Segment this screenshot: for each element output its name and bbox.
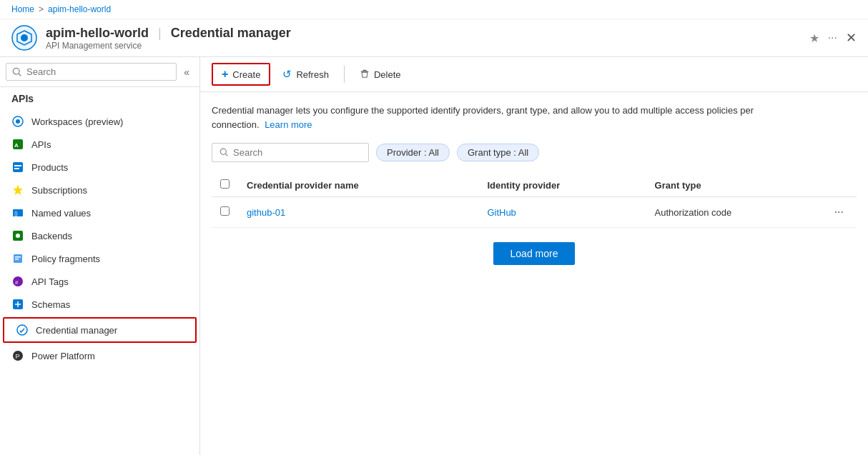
sidebar-item-subscriptions-label: Subscriptions bbox=[31, 185, 87, 196]
sidebar-item-credential-manager-label: Credential manager bbox=[36, 325, 117, 336]
sidebar-item-apis-label: APIs bbox=[31, 139, 51, 150]
api-tags-icon: # bbox=[11, 275, 24, 288]
load-more-button[interactable]: Load more bbox=[493, 242, 576, 265]
sidebar-item-named-values[interactable]: {} Named values bbox=[0, 201, 199, 224]
svg-line-3 bbox=[19, 74, 21, 76]
subscriptions-icon bbox=[11, 184, 24, 196]
svg-rect-17 bbox=[15, 256, 21, 258]
provider-filter[interactable]: Provider : All bbox=[376, 144, 450, 161]
svg-point-29 bbox=[220, 149, 226, 154]
sidebar-section-label: APIs bbox=[0, 87, 199, 110]
refresh-icon: ↺ bbox=[282, 68, 292, 81]
svg-text:P: P bbox=[16, 353, 20, 360]
row-checkbox-cell bbox=[212, 197, 238, 228]
sidebar-item-workspaces[interactable]: Workspaces (preview) bbox=[0, 110, 199, 133]
sidebar-item-schemas[interactable]: Schemas bbox=[0, 293, 199, 316]
page-header: apim-hello-world | Credential manager AP… bbox=[0, 19, 868, 57]
col-actions-header bbox=[822, 174, 857, 197]
svg-marker-11 bbox=[13, 185, 23, 195]
delete-icon bbox=[360, 69, 370, 81]
table-row: github-01 GitHub Authorization code ··· bbox=[212, 197, 857, 228]
sidebar-item-power-platform-label: Power Platform bbox=[31, 351, 95, 361]
row-menu-button[interactable]: ··· bbox=[830, 204, 848, 220]
svg-rect-28 bbox=[361, 71, 369, 71]
service-name: apim-hello-world | Credential manager bbox=[46, 26, 809, 41]
sidebar: « APIs Workspaces (preview) A APIs bbox=[0, 57, 200, 455]
refresh-button[interactable]: ↺ Refresh bbox=[273, 64, 338, 85]
sidebar-nav: Workspaces (preview) A APIs Products bbox=[0, 110, 199, 455]
sidebar-item-named-values-label: Named values bbox=[31, 208, 91, 219]
sidebar-item-apis[interactable]: A APIs bbox=[0, 133, 199, 156]
sidebar-item-backends[interactable]: Backends bbox=[0, 224, 199, 247]
breadcrumb: Home > apim-hello-world bbox=[0, 0, 868, 19]
search-icon bbox=[12, 67, 22, 77]
row-actions-cell: ··· bbox=[822, 197, 857, 228]
delete-label: Delete bbox=[374, 69, 401, 80]
content-area: + Create ↺ Refresh Delete Credential man… bbox=[200, 57, 868, 455]
svg-point-24 bbox=[17, 325, 27, 335]
row-checkbox[interactable] bbox=[220, 206, 230, 216]
svg-text:#: # bbox=[15, 279, 19, 286]
sidebar-item-subscriptions[interactable]: Subscriptions bbox=[0, 179, 199, 201]
sidebar-item-credential-manager[interactable]: Credential manager bbox=[3, 317, 197, 343]
service-logo bbox=[11, 25, 37, 51]
svg-point-15 bbox=[16, 234, 20, 238]
sidebar-collapse-button[interactable]: « bbox=[179, 64, 194, 81]
filter-search-box[interactable] bbox=[212, 143, 369, 162]
more-button[interactable]: ··· bbox=[828, 31, 837, 44]
sidebar-item-schemas-label: Schemas bbox=[31, 299, 70, 310]
create-icon: + bbox=[222, 68, 228, 81]
credentials-table: Credential provider name Identity provid… bbox=[212, 174, 857, 228]
svg-rect-9 bbox=[14, 165, 21, 166]
grant-type-filter[interactable]: Grant type : All bbox=[457, 144, 539, 161]
svg-rect-18 bbox=[15, 259, 19, 260]
svg-point-5 bbox=[16, 119, 20, 124]
learn-more-link[interactable]: Learn more bbox=[265, 119, 312, 130]
power-platform-icon: P bbox=[11, 349, 24, 362]
sidebar-item-backends-label: Backends bbox=[31, 231, 72, 241]
svg-line-30 bbox=[226, 154, 228, 156]
col-identity-header: Identity provider bbox=[478, 174, 646, 197]
table-select-all-header bbox=[212, 174, 238, 197]
close-button[interactable]: ✕ bbox=[846, 30, 857, 46]
col-name-header: Credential provider name bbox=[238, 174, 478, 197]
title-group: apim-hello-world | Credential manager AP… bbox=[46, 26, 809, 51]
row-identity-cell: GitHub bbox=[478, 197, 646, 228]
load-more-section: Load more bbox=[212, 228, 857, 279]
svg-rect-8 bbox=[13, 162, 23, 172]
svg-point-1 bbox=[21, 34, 28, 41]
delete-button[interactable]: Delete bbox=[350, 64, 410, 85]
toolbar: + Create ↺ Refresh Delete bbox=[200, 57, 868, 92]
svg-rect-27 bbox=[363, 69, 366, 71]
select-all-checkbox[interactable] bbox=[220, 179, 230, 189]
credential-name-link[interactable]: github-01 bbox=[247, 207, 285, 218]
filter-search-input[interactable] bbox=[233, 147, 361, 158]
breadcrumb-home[interactable]: Home bbox=[11, 4, 34, 14]
row-name-cell: github-01 bbox=[238, 197, 478, 228]
sidebar-item-products[interactable]: Products bbox=[0, 156, 199, 179]
workspaces-icon bbox=[11, 115, 24, 128]
description-text: Credential manager lets you configure th… bbox=[212, 104, 769, 131]
service-subtitle: API Management service bbox=[46, 41, 809, 51]
breadcrumb-current[interactable]: apim-hello-world bbox=[48, 4, 111, 14]
svg-text:A: A bbox=[14, 142, 19, 149]
sidebar-item-api-tags-label: API Tags bbox=[31, 276, 69, 287]
create-button[interactable]: + Create bbox=[212, 63, 270, 86]
sidebar-item-policy-fragments[interactable]: Policy fragments bbox=[0, 247, 199, 270]
sidebar-item-products-label: Products bbox=[31, 162, 68, 173]
sidebar-item-workspaces-label: Workspaces (preview) bbox=[31, 116, 123, 127]
breadcrumb-separator: > bbox=[39, 4, 44, 14]
svg-text:{}: {} bbox=[14, 211, 18, 216]
sidebar-item-api-tags[interactable]: # API Tags bbox=[0, 270, 199, 293]
sidebar-item-power-platform[interactable]: P Power Platform bbox=[0, 344, 199, 367]
content-body: Credential manager lets you configure th… bbox=[200, 92, 868, 455]
sidebar-search-input[interactable] bbox=[26, 66, 170, 77]
svg-point-2 bbox=[13, 68, 19, 74]
star-button[interactable]: ★ bbox=[809, 31, 819, 45]
named-values-icon: {} bbox=[11, 206, 24, 219]
toolbar-divider bbox=[344, 66, 345, 83]
svg-rect-10 bbox=[14, 168, 19, 169]
sidebar-search-box[interactable] bbox=[6, 63, 177, 81]
create-label: Create bbox=[232, 69, 260, 80]
col-grant-header: Grant type bbox=[646, 174, 822, 197]
